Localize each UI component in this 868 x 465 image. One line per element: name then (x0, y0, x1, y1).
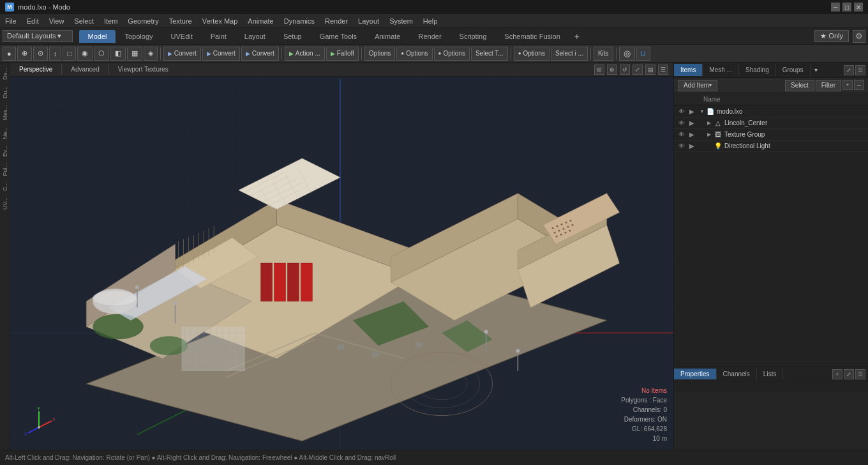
viewport-tab-advanced[interactable]: Advanced (67, 65, 103, 74)
falloff-button[interactable]: ▶ Falloff (326, 47, 359, 61)
toolbar-icon-5[interactable]: □ (63, 47, 76, 61)
select-button[interactable]: Select (785, 80, 814, 91)
viewport-icon-grid[interactable]: ⊞ (594, 65, 604, 75)
convert-button-2[interactable]: ▶ Convert (202, 47, 240, 61)
rp-menu-icon[interactable]: ☰ (855, 65, 865, 75)
menu-file[interactable]: File (0, 15, 22, 27)
kits-button[interactable]: Kits (594, 47, 613, 61)
toolbar-icon-1[interactable]: ● (3, 47, 16, 61)
left-tab-deform[interactable]: De... (1, 65, 10, 82)
tree-item-root[interactable]: 👁 ▶ ▼ 📄 modo.lxo (674, 106, 868, 118)
rp-tab-mesh[interactable]: Mesh ... (703, 64, 739, 76)
menu-system[interactable]: System (384, 15, 418, 27)
action-button[interactable]: ▶ Action ... (285, 47, 325, 61)
viewport-tab-perspective[interactable]: Perspective (15, 65, 56, 74)
layout-tab-scripting[interactable]: Scripting (451, 30, 496, 43)
menu-render[interactable]: Render (320, 15, 353, 27)
convert-button-1[interactable]: ▶ Convert (163, 47, 201, 61)
toolbar-icon-2[interactable]: ⊕ (17, 47, 32, 61)
menu-geometry[interactable]: Geometry (123, 15, 163, 27)
layout-tab-schematic-fusion[interactable]: Schematic Fusion (495, 30, 569, 43)
viewport-icon-add[interactable]: ⊕ (607, 65, 617, 75)
layout-tab-paint[interactable]: Paint (202, 30, 236, 43)
viewport-canvas[interactable]: No Items Polygons : Face Channels: 0 Def… (10, 77, 673, 450)
render-icon-lincoln[interactable]: ▶ (687, 119, 697, 126)
prop-add-btn[interactable]: + (832, 369, 842, 379)
options-button-2[interactable]: ● Options (396, 47, 432, 61)
render-icon-light[interactable]: ▶ (687, 142, 697, 149)
rp-tab-groups[interactable]: Groups (776, 64, 811, 76)
tree-item-lincoln[interactable]: 👁 ▶ ▶ △ Lincoln_Center (674, 118, 868, 129)
menu-view[interactable]: View (44, 15, 70, 27)
left-tab-c[interactable]: C... (1, 179, 10, 194)
render-icon-root[interactable]: ▶ (687, 108, 697, 115)
prop-tab-lists[interactable]: Lists (757, 369, 784, 379)
select2-button[interactable]: Select i ... (551, 47, 588, 61)
viewport-icon-expand[interactable]: ⤢ (632, 65, 643, 75)
prop-tab-properties[interactable]: Properties (674, 369, 717, 379)
toolbar-icon-9[interactable]: ▦ (127, 47, 142, 61)
left-tab-event[interactable]: Ev... (1, 143, 10, 159)
title-bar-controls[interactable]: ─ □ ✕ (831, 3, 863, 11)
eye-icon-texture[interactable]: 👁 (677, 131, 687, 138)
layout-tab-setup[interactable]: Setup (274, 30, 311, 43)
menu-item[interactable]: Item (99, 15, 123, 27)
select-tool-button[interactable]: Select T... (471, 47, 508, 61)
menu-vertex-map[interactable]: Vertex Map (197, 15, 243, 27)
rp-tab-shading[interactable]: Shading (739, 64, 776, 76)
layout-tab-animate[interactable]: Animate (366, 30, 409, 43)
layout-tab-model[interactable]: Model (79, 30, 116, 43)
toolbar-icon-3[interactable]: ⊙ (33, 47, 48, 61)
left-tab-polygon[interactable]: Pol... (1, 160, 10, 179)
toolbar-icon-8[interactable]: ◧ (110, 47, 126, 61)
maximize-button[interactable]: □ (842, 3, 851, 11)
filter-plus-icon[interactable]: + (842, 80, 853, 90)
rp-expand-icon[interactable]: ⤢ (844, 65, 854, 75)
options-button-1[interactable]: Options (364, 47, 395, 61)
rp-tab-dropdown[interactable]: ▾ (811, 64, 821, 76)
layout-tab-render[interactable]: Render (409, 30, 450, 43)
layout-tab-topology[interactable]: Topology (116, 30, 161, 43)
prop-menu-btn[interactable]: ☰ (855, 369, 865, 379)
minimize-button[interactable]: ─ (831, 3, 840, 11)
viewport-icon-refresh[interactable]: ↺ (620, 65, 630, 75)
menu-edit[interactable]: Edit (22, 15, 44, 27)
menu-layout[interactable]: Layout (353, 15, 384, 27)
toolbar-icon-10[interactable]: ◈ (144, 47, 158, 61)
filter-minus-icon[interactable]: ─ (854, 80, 864, 90)
viewport-icon-menu[interactable]: ☰ (658, 65, 668, 75)
close-button[interactable]: ✕ (854, 3, 863, 11)
layout-tab-layout[interactable]: Layout (236, 30, 274, 43)
layout-tab-game-tools[interactable]: Game Tools (311, 30, 366, 43)
toolbar-icon-6[interactable]: ◉ (77, 47, 93, 61)
options-button-3[interactable]: ● Options (434, 47, 470, 61)
layout-gear-button[interactable]: ⚙ (853, 30, 865, 43)
toolbar-icon-4[interactable]: ↕ (49, 47, 62, 61)
layout-tab-uvedit[interactable]: UVEdit (162, 30, 202, 43)
left-tab-new[interactable]: Ne... (1, 125, 10, 142)
viewport-tab-textures[interactable]: Viewport Textures (114, 65, 172, 74)
star-only-button[interactable]: ★ Only (814, 30, 849, 42)
options-button-4[interactable]: ● Options (514, 47, 550, 61)
tree-item-texture[interactable]: 👁 ▶ ▶ 🖼 Texture Group (674, 129, 868, 141)
eye-icon-root[interactable]: 👁 (677, 108, 687, 115)
layout-tab-add[interactable]: + (569, 30, 585, 43)
menu-dynamics[interactable]: Dynamics (279, 15, 320, 27)
convert-button-3[interactable]: ▶ Convert (241, 47, 279, 61)
prop-tab-channels[interactable]: Channels (717, 369, 757, 379)
toolbar-icon-ue[interactable]: U (636, 47, 650, 61)
toolbar-icon-gizmo[interactable]: ◎ (619, 47, 635, 61)
render-icon-texture[interactable]: ▶ (687, 131, 697, 138)
eye-icon-light[interactable]: 👁 (677, 142, 687, 149)
menu-texture[interactable]: Texture (164, 15, 197, 27)
left-tab-uv[interactable]: UV... (1, 195, 10, 212)
menu-select[interactable]: Select (69, 15, 99, 27)
tree-item-light[interactable]: 👁 ▶ 💡 Directional Light (674, 141, 868, 152)
layout-dropdown[interactable]: Default Layouts ▾ (3, 30, 73, 42)
add-item-button[interactable]: Add Item (678, 80, 717, 91)
rp-tab-items[interactable]: Items (674, 64, 703, 76)
left-tab-mesh[interactable]: Mes... (1, 102, 10, 123)
viewport-icon-list[interactable]: ▤ (645, 65, 655, 75)
menu-animate[interactable]: Animate (243, 15, 278, 27)
toolbar-icon-7[interactable]: ⬡ (94, 47, 109, 61)
